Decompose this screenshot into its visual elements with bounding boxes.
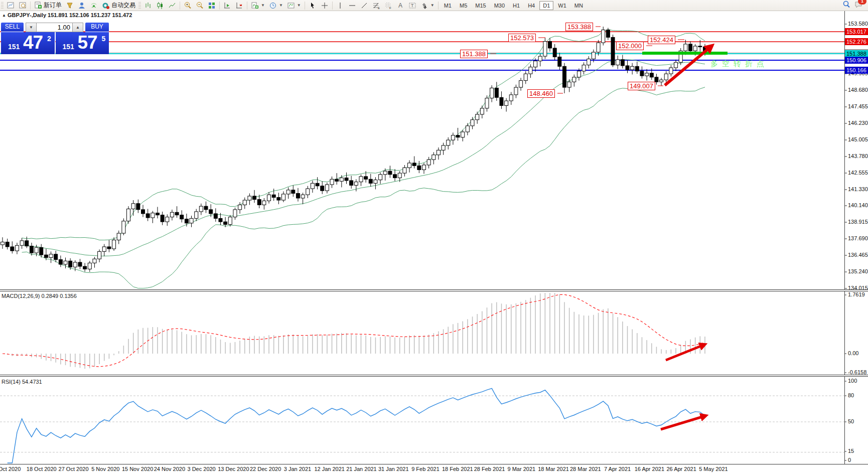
price-tick: 140.140 (848, 202, 868, 208)
macd-axis-tick: -0.6158 (848, 369, 866, 375)
crosshair-icon (321, 2, 329, 10)
text-tool[interactable]: A (394, 1, 406, 10)
text-label-icon: T (408, 2, 416, 10)
bar-chart-button[interactable] (142, 1, 154, 10)
date-label: 15 Nov 2020 (122, 466, 153, 472)
strategy-tester-button[interactable] (221, 1, 233, 10)
market-watch-button[interactable] (76, 1, 88, 10)
zoom-in-icon (184, 2, 192, 10)
auto-trading-button[interactable]: 自动交易 (100, 1, 137, 10)
cursor-icon (309, 2, 317, 10)
sell-price-big: 47 (23, 32, 43, 53)
grid-tool[interactable]: F (382, 1, 394, 10)
svg-text:A: A (398, 2, 402, 9)
price-callout[interactable]: 149.007 (628, 82, 655, 90)
price-callout[interactable]: 148.460 (527, 89, 555, 98)
buy-price-box[interactable]: 151 57 5 (56, 32, 109, 54)
symbol-ohlc-line[interactable]: ▲ GBPJPY-,Daily 151.891 152.106 151.237 … (2, 12, 132, 18)
bar-chart-icon (144, 2, 152, 10)
trendline-tool[interactable] (358, 1, 370, 10)
chat-button[interactable]: 1 (854, 1, 863, 10)
zoom-out-icon (196, 2, 204, 10)
horizontal-line-tool[interactable] (346, 1, 358, 10)
main-macd-separator[interactable] (0, 289, 868, 291)
timeframe-m5[interactable]: M5 (456, 1, 471, 10)
text-label-tool[interactable]: T (406, 1, 418, 10)
timeframe-m15[interactable]: M15 (472, 1, 489, 10)
fibonacci-icon: E (372, 2, 380, 10)
price-tick: 135.240 (848, 268, 868, 274)
text-a-icon: A (396, 2, 404, 10)
period-dropdown[interactable]: ▼ (267, 1, 285, 10)
timeframe-m1[interactable]: M1 (441, 1, 455, 10)
date-label: 21 Jan 2021 (346, 466, 377, 472)
cursor-tool-button[interactable] (307, 1, 319, 10)
toolbar-grip[interactable] (1, 2, 4, 9)
rsi-axis-tick: 0 (848, 457, 851, 463)
profile-window-button[interactable] (17, 1, 29, 10)
date-label: 31 Jan 2021 (378, 466, 409, 472)
price-callout[interactable]: 152.573 (508, 34, 536, 42)
timeframe-d1[interactable]: D1 (539, 1, 553, 10)
template-dropdown[interactable]: ▼ (285, 1, 303, 10)
date-label: 26 Apr 2021 (666, 466, 696, 472)
trendline-icon (360, 2, 368, 10)
search-button[interactable] (842, 1, 850, 10)
macd-rsi-separator[interactable] (0, 375, 868, 377)
zoom-in-button[interactable] (182, 1, 194, 10)
stop-tester-button[interactable] (233, 1, 245, 10)
tile-windows-icon (208, 2, 216, 10)
price-tick: 143.780 (848, 153, 868, 159)
line-chart-button[interactable] (166, 1, 178, 10)
timeframe-h1[interactable]: H1 (509, 1, 523, 10)
price-tick: 153.580 (848, 21, 868, 27)
funnel-icon (66, 2, 74, 10)
price-callout[interactable]: 152.424 (648, 36, 675, 44)
chart-canvas[interactable] (0, 0, 868, 474)
volume-increase-button[interactable]: ▲ (72, 23, 83, 32)
price-badge: 152.276 (845, 38, 868, 45)
date-label: 28 Mar 2021 (570, 466, 601, 472)
arrows-dropdown[interactable]: ▼ (418, 1, 437, 10)
chart-window-icon (7, 2, 15, 10)
price-tick: 141.330 (848, 186, 868, 192)
price-callout[interactable]: 152.000 (616, 42, 644, 50)
tester-play-icon (223, 2, 231, 10)
price-badge: 153.017 (845, 28, 868, 35)
sell-price-box[interactable]: 151 47 2 (1, 32, 55, 54)
buy-button[interactable]: BUY (85, 23, 109, 32)
fibonacci-tool[interactable]: E (370, 1, 382, 10)
signals-button[interactable] (88, 1, 100, 10)
rsi-label: RSI(14) 54.4731 (2, 379, 42, 385)
tile-windows-button[interactable] (206, 1, 218, 10)
chart-window-button[interactable] (5, 1, 17, 10)
line-chart-icon (168, 2, 176, 10)
volume-decrease-button[interactable]: ▼ (26, 23, 37, 32)
volume-input[interactable]: 1.00 (37, 23, 72, 32)
date-label: 7 Apr 2021 (604, 466, 631, 472)
timeframe-h4[interactable]: H4 (524, 1, 538, 10)
rsi-axis-tick: 80 (848, 392, 854, 398)
candlestick-chart-button[interactable] (154, 1, 166, 10)
zoom-out-button[interactable] (194, 1, 206, 10)
timeframe-m30[interactable]: M30 (491, 1, 508, 10)
date-label: 3 Dec 2020 (187, 466, 215, 472)
new-order-button[interactable]: 新订单 (32, 1, 64, 10)
timeframe-w1[interactable]: W1 (554, 1, 570, 10)
date-label: 13 Dec 2020 (218, 466, 249, 472)
metaeditor-button[interactable] (64, 1, 76, 10)
price-tick: 148.680 (848, 87, 868, 93)
price-callout[interactable]: 151.388 (460, 50, 488, 58)
crosshair-tool-button[interactable] (319, 1, 331, 10)
svg-text:T: T (411, 3, 414, 8)
cn-annotation-text[interactable]: 多空转折点 (710, 59, 768, 69)
vertical-line-tool[interactable] (334, 1, 346, 10)
price-callout[interactable]: 153.388 (565, 23, 593, 31)
macd-axis-tick: 0.00 (848, 350, 858, 356)
timeframe-mn[interactable]: MN (571, 1, 587, 10)
add-indicator-dropdown[interactable]: ▼ (249, 1, 267, 10)
sell-price-small: 151 (8, 43, 20, 51)
sell-button[interactable]: SELL (1, 23, 24, 32)
price-tick: 142.555 (848, 170, 868, 176)
price-badge: 150.906 (845, 57, 868, 64)
